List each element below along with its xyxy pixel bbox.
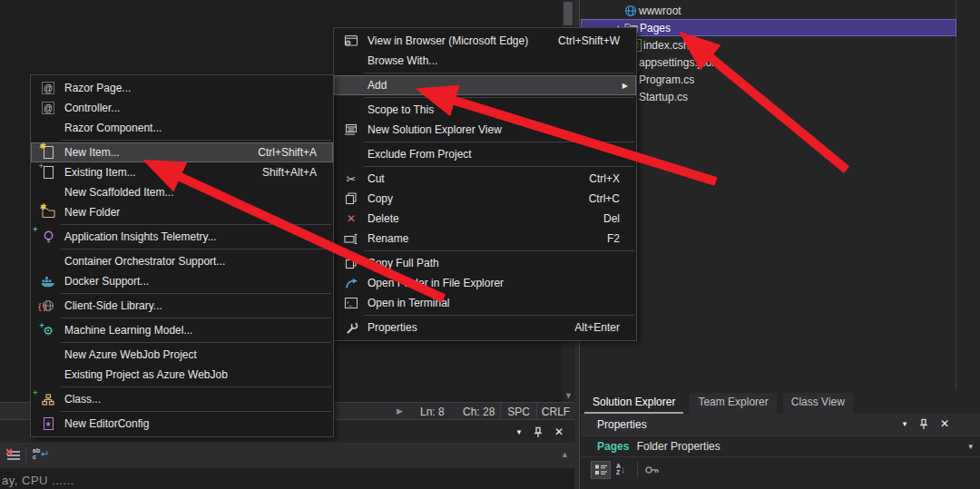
menu-item-class[interactable]: + Class...	[31, 389, 333, 409]
docker-icon	[38, 276, 58, 288]
error-list-icon[interactable]	[5, 448, 22, 463]
chevron-down-icon[interactable]: ▾	[968, 442, 973, 451]
scrollbar-thumb[interactable]	[564, 2, 573, 25]
tab-class-view[interactable]: Class View	[783, 393, 853, 414]
selected-object-type: Folder Properties	[637, 440, 720, 453]
menu-item-new-solution-explorer-view[interactable]: New Solution Explorer View	[334, 120, 636, 140]
tree-item-appsettings[interactable]: { } appsettings.json	[581, 54, 956, 71]
submenu-arrow-icon: ▶	[622, 82, 628, 90]
menu-item-container-orchestrator[interactable]: Container Orchestrator Support...	[31, 251, 333, 271]
menu-separator	[61, 140, 331, 141]
menu-item-razor-page[interactable]: @ Razor Page...	[31, 78, 333, 98]
app-insights-icon: +	[38, 230, 58, 243]
selected-object-name: Pages	[597, 440, 629, 453]
menu-item-cut[interactable]: ✂ Cut Ctrl+X	[334, 169, 636, 189]
scrollbar-up-arrow-icon[interactable]: ▲	[561, 451, 569, 459]
menu-item-delete[interactable]: ✕ Delete Del	[334, 209, 636, 229]
menu-item-controller[interactable]: @ Controller...	[31, 98, 333, 118]
menu-item-browse-with[interactable]: Browse With...	[334, 51, 636, 71]
bottom-panel-toolbar: abc ↵ ▲	[0, 443, 574, 468]
close-icon[interactable]: ✕	[938, 417, 951, 430]
curved-arrow-icon	[341, 278, 361, 289]
ml-gear-icon: ⚙+	[38, 325, 58, 337]
pin-icon[interactable]	[918, 418, 931, 430]
menu-item-new-folder[interactable]: ✱ New Folder	[31, 202, 333, 222]
menu-item-existing-project-as-azure-webjob[interactable]: Existing Project as Azure WebJob	[31, 365, 333, 385]
tree-item-program-cs[interactable]: # Program.cs	[581, 71, 956, 88]
line-ending-indicator[interactable]: CRLF	[536, 403, 574, 420]
menu-item-new-editorconfig[interactable]: ★ New EditorConfig	[31, 414, 333, 434]
menu-item-razor-component[interactable]: Razor Component...	[31, 118, 333, 138]
copy-icon	[341, 192, 361, 205]
menu-item-new-scaffolded-item[interactable]: New Scaffolded Item...	[31, 182, 333, 202]
menu-separator	[364, 250, 634, 251]
pin-icon[interactable]	[533, 426, 545, 438]
menu-item-open-folder-in-file-explorer[interactable]: Open Folder in File Explorer	[334, 273, 636, 293]
solution-tree: wwwroot Pages @ index.cshtml { } appsett…	[581, 2, 956, 105]
razor-at-icon: @	[38, 82, 58, 94]
properties-header: Properties ▾ ✕	[581, 414, 980, 435]
partial-clipped-text: ay, CPU ......	[2, 474, 74, 487]
tree-item-startup-cs[interactable]: # Startup.cs	[581, 88, 956, 105]
chevron-down-icon[interactable]: ▾	[513, 427, 525, 436]
menu-item-exclude-from-project[interactable]: Exclude From Project	[334, 144, 636, 164]
scissors-icon: ✂	[341, 172, 361, 186]
menu-item-view-in-browser[interactable]: View in Browser (Microsoft Edge) Ctrl+Sh…	[334, 31, 636, 51]
context-menu: View in Browser (Microsoft Edge) Ctrl+Sh…	[333, 27, 637, 341]
menu-item-client-side-library[interactable]: { } Client-Side Library...	[31, 296, 333, 316]
diagnostics-strip: ay, CPU ......	[0, 468, 574, 489]
properties-toolbar: AZ↓	[581, 456, 980, 484]
menu-item-rename[interactable]: Rename F2	[334, 229, 636, 249]
menu-item-machine-learning-model[interactable]: ⚙+ Machine Learning Model...	[31, 320, 333, 340]
menu-item-open-in-terminal[interactable]: ›_ Open in Terminal	[334, 293, 636, 313]
tree-item-index-cshtml[interactable]: @ index.cshtml	[581, 36, 956, 54]
wrench-icon	[341, 321, 361, 335]
tree-item-pages[interactable]: Pages	[581, 19, 956, 36]
menu-separator	[364, 315, 634, 316]
tab-solution-explorer[interactable]: Solution Explorer	[584, 393, 683, 414]
razor-at-icon: @	[38, 102, 58, 114]
menu-item-existing-item[interactable]: + Existing Item... Shift+Alt+A	[31, 162, 333, 182]
menu-separator	[61, 249, 331, 249]
class-icon: +	[38, 394, 58, 406]
tree-item-wwwroot[interactable]: wwwroot	[581, 2, 956, 19]
property-pages-key-icon[interactable]	[644, 463, 660, 476]
menu-item-new-azure-webjob-project[interactable]: New Azure WebJob Project	[31, 345, 333, 365]
menu-separator	[61, 386, 331, 387]
categorized-view-icon[interactable]	[591, 461, 611, 479]
menu-item-copy[interactable]: Copy Ctrl+C	[334, 189, 636, 209]
close-icon[interactable]: ✕	[553, 425, 565, 438]
word-wrap-icon[interactable]: abc ↵	[33, 447, 49, 460]
menu-separator	[61, 411, 331, 412]
spaces-indicator[interactable]: SPC	[500, 403, 536, 420]
solution-view-icon	[341, 123, 361, 136]
add-submenu: @ Razor Page... @ Controller... Razor Co…	[30, 74, 334, 437]
copy-icon	[341, 257, 361, 269]
menu-separator	[61, 318, 331, 318]
tab-team-explorer[interactable]: Team Explorer	[690, 393, 776, 414]
menu-separator	[364, 142, 634, 142]
new-folder-icon: ✱	[38, 207, 58, 218]
client-library-icon: { }	[38, 299, 58, 312]
menu-item-new-item[interactable]: ✱ New Item... Ctrl+Shift+A	[31, 142, 333, 162]
scrollbar-down-arrow-icon[interactable]: ▼	[564, 392, 573, 400]
menu-item-docker-support[interactable]: Docker Support...	[31, 271, 333, 291]
menu-item-scope-to-this[interactable]: Scope to This	[334, 100, 636, 120]
menu-separator	[364, 73, 634, 73]
browser-icon	[341, 34, 361, 47]
menu-item-copy-full-path[interactable]: Copy Full Path	[334, 253, 636, 273]
terminal-icon: ›_	[341, 298, 361, 308]
delete-x-icon: ✕	[341, 212, 361, 225]
line-indicator: Ln: 8	[420, 406, 445, 418]
properties-object-selector[interactable]: Pages Folder Properties ▾	[581, 435, 980, 457]
play-arrow-icon[interactable]: ▶	[397, 406, 403, 416]
menu-item-application-insights[interactable]: + Application Insights Telemetry...	[31, 227, 333, 247]
alphabetical-sort-icon[interactable]: AZ↓	[616, 463, 626, 475]
column-indicator: Ch: 28	[463, 406, 495, 418]
menu-item-properties[interactable]: Properties Alt+Enter	[334, 318, 636, 337]
menu-item-add[interactable]: Add ▶	[334, 75, 636, 95]
toolbar-separator	[25, 447, 26, 464]
chevron-down-icon[interactable]: ▾	[898, 419, 911, 428]
toolbar-separator	[637, 462, 638, 478]
menu-separator	[364, 97, 634, 98]
